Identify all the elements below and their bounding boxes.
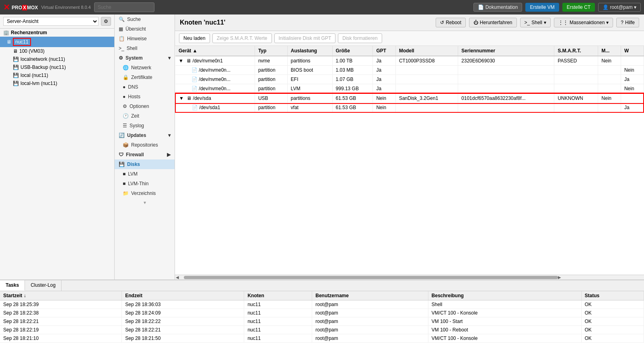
tasks-table-body: Sep 28 18:25:39 Sep 28 18:36:03 nuc11 ro… xyxy=(0,300,644,343)
table-row-sda[interactable]: ▼ 🖥 /dev/sda USB partitions 61.53 GB Nei… xyxy=(175,93,644,103)
nav-section-firewall[interactable]: 🛡 Firewall ▶ xyxy=(115,150,175,159)
bulk-actions-button[interactable]: ⋮⋮ Massenaktionen ▾ xyxy=(554,18,613,27)
format-button[interactable]: Disk formatieren xyxy=(338,33,382,43)
search-input[interactable] xyxy=(94,2,154,12)
list-item[interactable]: Sep 28 18:25:39 Sep 28 18:36:03 nuc11 ro… xyxy=(0,300,644,309)
cell-m xyxy=(598,84,621,94)
nav-item-netzwerk[interactable]: 🌐 Netzwerk xyxy=(115,63,175,72)
nav-item-disks[interactable]: 💾 Disks xyxy=(115,159,175,169)
col-m[interactable]: M... xyxy=(598,46,621,56)
sidebar-item-datacenter[interactable]: 🏢 Rechenzentrum xyxy=(0,29,114,37)
col-groesse[interactable]: Größe xyxy=(332,46,373,56)
list-item[interactable]: Sep 28 18:22:38 Sep 28 18:24:09 nuc11 ro… xyxy=(0,309,644,317)
nav-item-optionen[interactable]: ⚙ Optionen xyxy=(115,101,175,111)
expand-icon: ▼ xyxy=(179,58,183,64)
nav-item-lvm-thin[interactable]: ■ LVM-Thin xyxy=(115,179,175,188)
table-row[interactable]: 📄 /dev/nvme0n... partition BIOS boot 1.0… xyxy=(175,66,644,75)
tab-tasks[interactable]: Tasks xyxy=(0,280,25,291)
scroll-thumb[interactable] xyxy=(184,276,558,279)
table-row[interactable]: ▼ 🖥 /dev/nvme0n1 nvme partitions 1.00 TB… xyxy=(175,56,644,66)
col-beschreibung[interactable]: Beschreibung xyxy=(428,291,581,300)
col-knoten[interactable]: Knoten xyxy=(244,291,312,300)
col-gpt[interactable]: GPT xyxy=(373,46,396,56)
help-button[interactable]: ? Hilfe xyxy=(616,18,639,27)
list-item[interactable]: Sep 28 18:22:19 Sep 28 18:22:21 nuc11 ro… xyxy=(0,326,644,334)
shell-button[interactable]: >_ Shell ▾ xyxy=(520,18,551,27)
dns-icon: ● xyxy=(123,84,126,90)
cell-device: 📄 /dev/sda1 xyxy=(175,103,255,113)
reload-button[interactable]: Neu laden xyxy=(179,33,210,43)
sidebar-item-nuc11[interactable]: 🖥 nuc11 xyxy=(0,37,114,47)
cell-beschreibung: VM/CT 100 - Konsole xyxy=(428,309,581,317)
col-seriennummer[interactable]: Seriennummer xyxy=(458,46,554,56)
cell-serial: 0101dcf6570aa8632230af8f... xyxy=(458,93,554,103)
nav-item-syslog[interactable]: ☰ Syslog xyxy=(115,121,175,130)
nav-item-repositories[interactable]: 📦 Repositories xyxy=(115,140,175,150)
cell-serial xyxy=(458,103,554,113)
smart-button[interactable]: Zeige S.M.A.R.T. Werte xyxy=(212,33,272,43)
col-auslastung[interactable]: Auslastung xyxy=(287,46,332,56)
sidebar-item-local[interactable]: 💾 local (nuc11) xyxy=(0,71,114,79)
nav-item-verzeichnis[interactable]: 📁 Verzeichnis xyxy=(115,188,175,198)
col-modell[interactable]: Modell xyxy=(395,46,458,56)
init-gpt-button[interactable]: Initialisiere Disk mit GPT xyxy=(274,33,336,43)
horizontal-scrollbar[interactable]: ◀ ▶ xyxy=(175,275,644,280)
cell-size: 61.53 GB xyxy=(332,103,373,113)
table-row-sda1[interactable]: 📄 /dev/sda1 partition vfat 61.53 GB Nein… xyxy=(175,103,644,113)
user-button[interactable]: 👤 root@pam ▾ xyxy=(598,3,641,12)
col-typ[interactable]: Typ xyxy=(255,46,287,56)
nav-item-zeit[interactable]: 🕐 Zeit xyxy=(115,111,175,121)
user-dropdown-icon: ▾ xyxy=(634,4,636,10)
server-view-select[interactable]: Server-Ansicht xyxy=(3,17,99,26)
storage-icon-3: 💾 xyxy=(13,72,19,78)
cell-status: OK xyxy=(581,334,644,343)
nav-section-updates[interactable]: 🔄 Updates ▾ xyxy=(115,130,175,140)
scroll-left-btn[interactable]: ◀ xyxy=(176,275,184,280)
scroll-right-btn[interactable]: ▶ xyxy=(558,275,566,280)
col-status[interactable]: Status xyxy=(581,291,644,300)
sidebar-item-vm03[interactable]: 🖥 100 (VM03) xyxy=(0,47,114,55)
sidebar-item-localnetwork[interactable]: 💾 localnetwork (nuc11) xyxy=(0,55,114,63)
cell-w: Nein xyxy=(621,84,644,94)
docs-button[interactable]: 📄 Dokumentation xyxy=(473,3,523,12)
nav-scroll-down[interactable]: ▾ xyxy=(115,198,175,207)
list-item[interactable]: Sep 28 18:21:10 Sep 28 18:21:50 nuc11 ro… xyxy=(0,334,644,343)
nav-item-zertifikate[interactable]: 🔒 Zertifikate xyxy=(115,72,175,82)
col-geraet[interactable]: Gerät ▲ xyxy=(175,46,255,56)
user-icon: 👤 xyxy=(603,4,609,10)
nav-item-uebersicht[interactable]: ▦ Übersicht xyxy=(115,24,175,34)
cell-status: OK xyxy=(581,326,644,334)
col-startzeit[interactable]: Startzeit ↓ xyxy=(0,291,122,300)
sidebar-item-usb-backup[interactable]: 💾 USB-Backup (nuc11) xyxy=(0,63,114,71)
tab-cluster-log[interactable]: Cluster-Log xyxy=(25,280,62,291)
cell-gpt: Ja xyxy=(373,66,396,75)
nav-item-lvm[interactable]: ■ LVM xyxy=(115,169,175,179)
create-ct-button[interactable]: Erstelle CT xyxy=(562,3,595,12)
cell-model xyxy=(395,84,458,94)
cell-gpt: Ja xyxy=(373,84,396,94)
table-row[interactable]: 📄 /dev/nvme0n... partition LVM 999.13 GB… xyxy=(175,84,644,94)
disk-table: Gerät ▲ Typ Auslastung Größe GPT Modell … xyxy=(175,46,644,113)
cell-startzeit: Sep 28 18:25:39 xyxy=(0,300,122,309)
col-endzeit[interactable]: Endzeit xyxy=(122,291,244,300)
bottom-tabs: Tasks Cluster-Log xyxy=(0,280,644,291)
nav-item-suche[interactable]: 🔍 Suche xyxy=(115,14,175,24)
sidebar-gear-button[interactable]: ⚙ xyxy=(101,17,111,26)
col-benutzername[interactable]: Benutzername xyxy=(312,291,428,300)
nav-item-hosts[interactable]: ● Hosts xyxy=(115,92,175,101)
reboot-button[interactable]: ↺ Reboot xyxy=(436,18,466,27)
nav-item-shell[interactable]: >_ Shell xyxy=(115,43,175,53)
create-vm-button[interactable]: Erstelle VM xyxy=(525,3,559,12)
list-item[interactable]: Sep 28 18:22:21 Sep 28 18:22:22 nuc11 ro… xyxy=(0,317,644,326)
system-icon: ⚙ xyxy=(119,55,123,61)
repo-icon: 📦 xyxy=(123,142,129,148)
table-row[interactable]: 📄 /dev/nvme0n... partition EFI 1.07 GB J… xyxy=(175,75,644,84)
nav-section-system[interactable]: ⚙ System ▾ xyxy=(115,53,175,63)
col-w[interactable]: W xyxy=(621,46,644,56)
shutdown-button[interactable]: ⏻ Herunterfahren xyxy=(469,18,517,27)
cell-serial: 2320E6D69030 xyxy=(458,56,554,66)
nav-item-hinweise[interactable]: 📋 Hinweise xyxy=(115,34,175,43)
sidebar-item-local-lvm[interactable]: 💾 local-lvm (nuc11) xyxy=(0,79,114,87)
nav-item-dns[interactable]: ● DNS xyxy=(115,82,175,92)
col-smart[interactable]: S.M.A.R.T. xyxy=(554,46,598,56)
